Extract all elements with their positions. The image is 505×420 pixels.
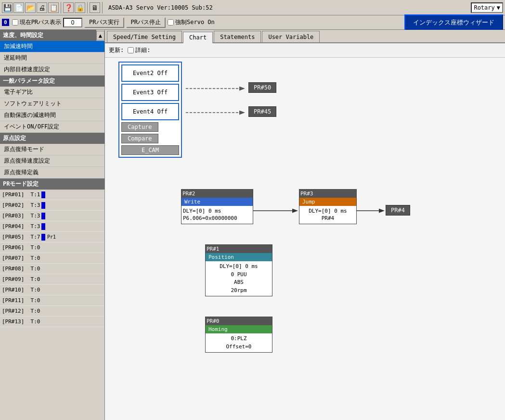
tab-user-variable-label: User Variable: [268, 34, 313, 40]
pr45-box: PR#45: [248, 106, 276, 117]
detail-label: 詳細:: [135, 46, 150, 54]
pr-label-02: [PR#02] T:3: [2, 202, 40, 208]
pr1-type: Position: [206, 253, 272, 261]
detail-checkbox[interactable]: [128, 47, 134, 53]
pr-item-10[interactable]: [PR#10] T:0: [0, 285, 104, 295]
event4-label: Event4 Off: [133, 108, 168, 115]
pr-label-07: [PR#07] T:0: [2, 255, 40, 261]
pr-display-checkbox[interactable]: [12, 19, 18, 25]
tab-statements[interactable]: Statements: [214, 31, 261, 42]
section-params-header: 一般パラメータ設定: [0, 76, 104, 87]
sidebar-item-delay[interactable]: 遅延時間: [0, 52, 104, 64]
tab-user-variable[interactable]: User Variable: [262, 31, 320, 42]
pr-input[interactable]: [63, 18, 82, 27]
pr3-content: DLY=[0] 0 msPR#4: [299, 206, 356, 224]
sidebar-item-internal-speed[interactable]: 内部目標速度設定: [0, 64, 104, 76]
pr-label-11: [PR#11] T:0: [2, 297, 40, 304]
pr2-node: PR#2 Write DLY=[0] 0 msP6.006=0x00000000: [181, 189, 253, 224]
pr-item-13[interactable]: [PR#13] T:0: [0, 317, 104, 327]
pr1-header: PR#1: [206, 245, 272, 253]
pr-stop-button[interactable]: PRパス停止: [126, 17, 166, 28]
lock-icon[interactable]: 🔒: [75, 2, 85, 13]
servo-on-checkbox[interactable]: [168, 19, 174, 25]
tab-bar: Speed/Time Setting Chart Statements User…: [105, 30, 505, 43]
update-label: 更新:: [109, 46, 124, 54]
monitor-icon[interactable]: 🖥: [90, 2, 100, 13]
sep1: [61, 2, 61, 13]
pr50-label: PR#50: [254, 84, 271, 91]
pr-item-12[interactable]: [PR#12] T:0: [0, 306, 104, 317]
pr3-header: PR#3: [299, 190, 356, 198]
pr-label-12: [PR#12] T:0: [2, 308, 40, 314]
detail-checkbox-label[interactable]: 詳細:: [128, 46, 150, 54]
pr0-node: PR#0 Homing 0:PLZOffset=0: [205, 317, 272, 353]
main-layout: 速度、時間設定 ▲ 加減速時間 遅延時間 内部目標速度設定 一般パラメータ設定 …: [0, 30, 505, 420]
tab-speed-time[interactable]: Speed/Time Setting: [107, 31, 182, 42]
event3-label: Event3 Off: [133, 89, 168, 96]
pr-item-05[interactable]: [PR#05] T:7 Pr1: [0, 232, 104, 242]
tab-chart[interactable]: Chart: [183, 32, 213, 43]
section-origin-header: 原点設定: [0, 133, 104, 144]
sidebar-item-gear[interactable]: 電子ギア比: [0, 87, 104, 98]
sidebar-item-label: 原点復帰定義: [4, 169, 39, 176]
sidebar-item-label: 原点復帰速度設定: [4, 157, 50, 164]
pr4-label: PR#4: [391, 207, 405, 214]
sidebar-item-decel-protection[interactable]: 自動保護の減速時間: [0, 110, 104, 121]
compare-box: Compare: [121, 134, 158, 143]
sidebar-item-acceleration[interactable]: 加減速時間: [0, 41, 104, 52]
sidebar-item-event-onoff[interactable]: イベントON/OFF設定: [0, 121, 104, 133]
mode-dropdown[interactable]: Rotary ▼: [471, 2, 503, 13]
pr-item-01[interactable]: [PR#01] T:1: [0, 190, 104, 200]
sidebar-item-homing-speed[interactable]: 原点復帰速度設定: [0, 155, 104, 167]
pr45-label: PR#45: [254, 108, 271, 115]
pr-item-03[interactable]: [PR#03] T:3: [0, 211, 104, 221]
pr-run-button[interactable]: PRパス実行: [84, 17, 124, 28]
sidebar-item-label: イベントON/OFF設定: [4, 123, 59, 130]
sidebar-item-label: 原点復帰モード: [4, 146, 44, 153]
sidebar-item-label: 遅延時間: [4, 54, 27, 61]
pr2-content: DLY=[0] 0 msP6.006=0x00000000: [181, 206, 253, 224]
pr-display-checkbox-label[interactable]: 現在PRパス表示: [12, 18, 61, 26]
new-icon[interactable]: 📄: [13, 2, 24, 13]
pr-item-11[interactable]: [PR#11] T:0: [0, 295, 104, 306]
pr-bar-03: [41, 213, 45, 219]
open-icon[interactable]: 📂: [25, 2, 36, 13]
wizard-button[interactable]: インデックス座標ウィザード: [404, 14, 503, 31]
sidebar-collapse-btn[interactable]: ▲: [96, 31, 104, 40]
pr-label-04: [PR#04] T:3: [2, 223, 40, 229]
chart-area[interactable]: Event2 Off Event3 Off Event4 Off Capture: [105, 58, 505, 420]
sidebar-item-homing-mode[interactable]: 原点復帰モード: [0, 144, 104, 155]
pr-label-06: [PR#06] T:0: [2, 244, 40, 251]
event-group: Event2 Off Event3 Off Event4 Off Capture: [118, 62, 182, 158]
pr-item-07[interactable]: [PR#07] T:0: [0, 253, 104, 264]
pr-item-02[interactable]: [PR#02] T:3: [0, 200, 104, 211]
sidebar-item-label: ソフトウェアリミット: [4, 100, 62, 107]
pr-item-06[interactable]: [PR#06] T:0: [0, 242, 104, 253]
print-icon[interactable]: 🖨: [37, 2, 47, 13]
event2-box: Event2 Off: [121, 64, 179, 82]
pr-label-13: [PR#13] T:0: [2, 318, 40, 325]
pr3-node: PR#3 Jump DLY=[0] 0 msPR#4: [299, 189, 357, 224]
sidebar-item-homing-def[interactable]: 原点復帰定義: [0, 167, 104, 178]
servo-on-checkbox-label[interactable]: 強制Servo On: [168, 18, 215, 26]
pr50-box: PR#50: [248, 82, 276, 93]
pr2-type: Write: [181, 198, 253, 206]
copy-icon[interactable]: 📋: [48, 2, 59, 13]
pr-item-09[interactable]: [PR#09] T:0: [0, 274, 104, 285]
capture-label: Capture: [128, 124, 152, 130]
pr-item-08[interactable]: [PR#08] T:0: [0, 264, 104, 274]
pr-bar-02: [41, 202, 45, 209]
compare-row: Compare: [121, 134, 179, 143]
save-icon[interactable]: 💾: [2, 2, 13, 13]
pr-label-08: [PR#08] T:0: [2, 266, 40, 272]
event2-label: Event2 Off: [133, 70, 168, 76]
sep3: [102, 2, 103, 13]
capture-row: Capture: [121, 122, 179, 132]
mode-label: Rotary: [474, 4, 494, 11]
pr-item-04[interactable]: [PR#04] T:3: [0, 221, 104, 232]
event4-box: Event4 Off: [121, 103, 179, 120]
sidebar-item-soft-limit[interactable]: ソフトウェアリミット: [0, 98, 104, 110]
help-icon[interactable]: ❓: [63, 2, 74, 13]
ecam-label: E_CAM: [142, 147, 159, 153]
pr1-node: PR#1 Position DLY=[0] 0 ms0 PUUABS20rpm: [205, 244, 272, 296]
